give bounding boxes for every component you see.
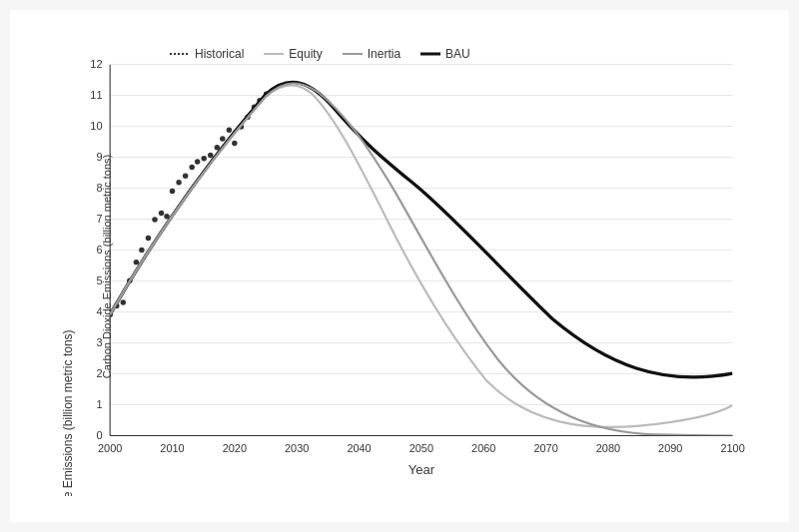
svg-text:2040: 2040 bbox=[347, 441, 371, 453]
svg-point-58 bbox=[183, 173, 188, 178]
svg-point-54 bbox=[159, 210, 164, 215]
svg-point-51 bbox=[139, 247, 144, 252]
svg-text:Year: Year bbox=[408, 461, 435, 476]
svg-text:2: 2 bbox=[96, 366, 102, 378]
svg-text:2050: 2050 bbox=[409, 441, 433, 453]
svg-point-65 bbox=[227, 127, 232, 132]
svg-text:Carbon Dioxide Emissions (bill: Carbon Dioxide Emissions (billion metric… bbox=[61, 329, 75, 496]
svg-text:2060: 2060 bbox=[471, 441, 495, 453]
svg-text:1: 1 bbox=[96, 397, 102, 409]
chart-svg: 0 1 2 3 4 5 6 7 8 9 10 11 12 2000 2010 2… bbox=[50, 37, 749, 496]
svg-point-57 bbox=[176, 180, 181, 185]
svg-text:10: 10 bbox=[90, 119, 102, 131]
equity-line bbox=[110, 85, 732, 426]
svg-point-53 bbox=[152, 217, 157, 222]
chart-container: Carbon Dioxide Emissions (billion metric… bbox=[10, 10, 789, 522]
svg-text:6: 6 bbox=[96, 243, 102, 255]
svg-text:8: 8 bbox=[96, 181, 102, 193]
svg-text:2090: 2090 bbox=[658, 441, 682, 453]
svg-text:2070: 2070 bbox=[533, 441, 557, 453]
svg-text:7: 7 bbox=[96, 212, 102, 224]
svg-text:5: 5 bbox=[96, 273, 102, 285]
svg-text:2020: 2020 bbox=[223, 441, 247, 453]
svg-text:2010: 2010 bbox=[160, 441, 184, 453]
svg-point-60 bbox=[195, 159, 200, 164]
svg-point-52 bbox=[146, 235, 151, 240]
inertia-line bbox=[110, 83, 732, 435]
svg-text:9: 9 bbox=[96, 150, 102, 162]
svg-point-62 bbox=[208, 152, 213, 157]
svg-point-61 bbox=[201, 155, 206, 160]
historical-line bbox=[107, 91, 269, 316]
svg-text:4: 4 bbox=[96, 304, 102, 316]
svg-text:2080: 2080 bbox=[596, 441, 620, 453]
svg-text:0: 0 bbox=[96, 428, 102, 440]
svg-point-64 bbox=[220, 136, 225, 141]
svg-point-48 bbox=[121, 299, 126, 304]
svg-text:2030: 2030 bbox=[285, 441, 309, 453]
svg-text:3: 3 bbox=[96, 335, 102, 347]
chart-wrapper: Carbon Dioxide Emissions (billion metric… bbox=[50, 37, 749, 496]
svg-point-66 bbox=[232, 140, 237, 145]
svg-text:11: 11 bbox=[90, 88, 102, 100]
svg-point-59 bbox=[189, 164, 194, 169]
svg-text:12: 12 bbox=[90, 57, 102, 69]
svg-text:2000: 2000 bbox=[98, 441, 122, 453]
svg-point-56 bbox=[170, 188, 175, 193]
svg-point-50 bbox=[134, 259, 139, 264]
svg-text:2100: 2100 bbox=[720, 441, 744, 453]
